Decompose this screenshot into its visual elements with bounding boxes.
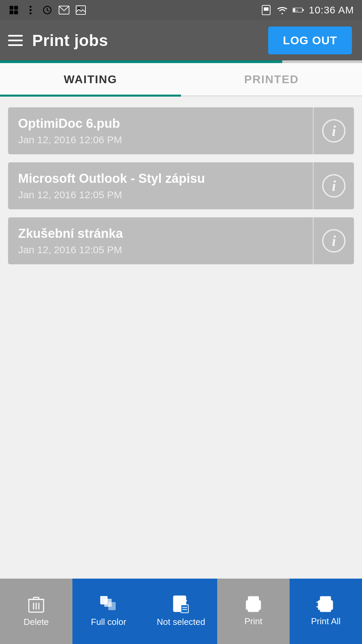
svg-rect-2 xyxy=(10,10,13,14)
image-icon xyxy=(75,4,86,16)
job-info-button[interactable]: i xyxy=(314,107,354,154)
not-selected-label: Not selected xyxy=(157,617,205,627)
job-name: Microsoft Outlook - Styl zápisu xyxy=(18,171,303,186)
tab-waiting[interactable]: WAITING xyxy=(0,63,181,95)
job-date: Jan 12, 2016 12:05 PM xyxy=(18,244,303,256)
delete-icon xyxy=(28,595,44,613)
battery-icon: 16 xyxy=(293,4,304,16)
top-bar-left: Print jobs xyxy=(8,31,108,50)
status-bar-left xyxy=(8,4,86,16)
job-date: Jan 12, 2016 12:06 PM xyxy=(18,134,303,146)
print-all-label: Print All xyxy=(311,616,341,627)
svg-rect-8 xyxy=(76,6,85,14)
svg-point-44 xyxy=(330,602,332,604)
top-bar: Print jobs LOG OUT xyxy=(0,20,362,60)
mail-icon xyxy=(58,4,70,16)
status-bar: 16 10:36 AM xyxy=(0,0,362,20)
svg-rect-1 xyxy=(14,6,18,10)
job-name: Zkušební stránka xyxy=(18,226,303,241)
svg-rect-39 xyxy=(248,606,258,611)
svg-rect-26 xyxy=(108,602,116,610)
job-info: Microsoft Outlook - Styl zápisu Jan 12, … xyxy=(8,162,313,209)
wifi-icon xyxy=(277,4,288,16)
job-info: OptimiDoc 6.pub Jan 12, 2016 12:06 PM xyxy=(8,107,313,154)
print-label: Print xyxy=(244,616,262,627)
job-date: Jan 12, 2016 12:05 PM xyxy=(18,189,303,201)
print-button[interactable]: Print xyxy=(217,579,290,644)
job-name: OptimiDoc 6.pub xyxy=(18,116,303,131)
print-icon xyxy=(244,596,262,613)
hamburger-menu-icon[interactable] xyxy=(8,35,23,46)
svg-point-5 xyxy=(29,9,32,11)
delete-label: Delete xyxy=(23,617,49,627)
full-color-button[interactable]: Full color xyxy=(72,579,145,644)
job-info-button[interactable]: i xyxy=(314,162,354,209)
tab-printed[interactable]: PRINTED xyxy=(181,63,362,95)
svg-rect-34 xyxy=(181,605,188,613)
svg-rect-42 xyxy=(320,597,330,602)
not-selected-button[interactable]: Not selected xyxy=(145,579,217,644)
info-icon: i xyxy=(322,174,346,198)
svg-point-40 xyxy=(258,602,260,604)
svg-text:16: 16 xyxy=(296,9,298,12)
tabs: WAITING PRINTED xyxy=(0,63,362,97)
notification-icon xyxy=(8,4,19,16)
list-item: OptimiDoc 6.pub Jan 12, 2016 12:06 PM i xyxy=(8,107,354,154)
delete-button[interactable]: Delete xyxy=(0,579,72,644)
full-color-icon xyxy=(100,595,118,613)
logout-button[interactable]: LOG OUT xyxy=(268,26,352,54)
svg-rect-0 xyxy=(10,6,13,10)
hangouts-icon xyxy=(42,4,53,16)
job-info: Zkušební stránka Jan 12, 2016 12:05 PM xyxy=(8,217,313,264)
svg-rect-13 xyxy=(293,8,295,12)
svg-rect-3 xyxy=(14,10,18,14)
info-icon: i xyxy=(322,229,346,253)
job-list: OptimiDoc 6.pub Jan 12, 2016 12:06 PM i … xyxy=(0,103,362,268)
status-bar-right: 16 10:36 AM xyxy=(260,4,354,16)
svg-rect-14 xyxy=(303,9,304,11)
sim-icon xyxy=(260,4,272,16)
progress-bar-fill xyxy=(0,60,282,63)
print-all-icon xyxy=(316,596,336,613)
list-item: Microsoft Outlook - Styl zápisu Jan 12, … xyxy=(8,162,354,209)
svg-rect-11 xyxy=(264,7,268,11)
bottom-bar: Delete Full color xyxy=(0,579,362,644)
not-selected-icon xyxy=(172,595,190,613)
svg-point-4 xyxy=(29,6,32,8)
progress-bar xyxy=(0,60,362,63)
svg-point-6 xyxy=(29,12,32,14)
svg-rect-43 xyxy=(320,606,330,611)
print-all-button[interactable]: Print All xyxy=(290,579,362,644)
info-icon: i xyxy=(322,119,346,143)
full-color-label: Full color xyxy=(91,617,126,627)
page-title: Print jobs xyxy=(32,31,108,50)
dots-icon xyxy=(25,4,36,16)
status-time: 10:36 AM xyxy=(309,4,354,16)
svg-rect-38 xyxy=(248,597,258,602)
main-content: OptimiDoc 6.pub Jan 12, 2016 12:06 PM i … xyxy=(0,97,362,275)
job-info-button[interactable]: i xyxy=(314,217,354,264)
list-item: Zkušební stránka Jan 12, 2016 12:05 PM i xyxy=(8,217,354,264)
